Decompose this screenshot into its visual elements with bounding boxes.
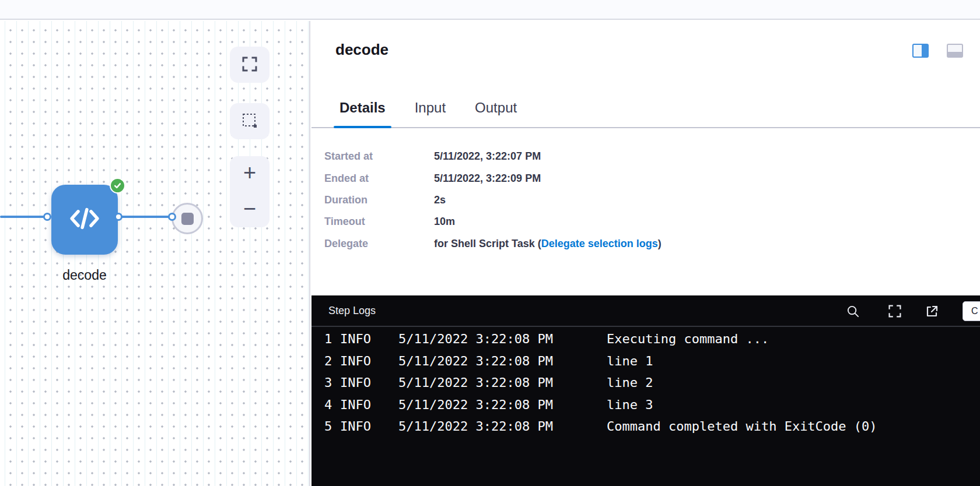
log-level: INFO bbox=[340, 328, 398, 350]
detail-row-duration: Duration 2s bbox=[312, 189, 980, 211]
log-level: INFO bbox=[340, 350, 398, 372]
delegate-selection-logs-link[interactable]: Delegate selection logs bbox=[541, 238, 658, 249]
log-timestamp: 5/11/2022 3:22:08 PM bbox=[398, 394, 607, 416]
expand-icon[interactable] bbox=[888, 304, 902, 318]
log-line-number: 5 bbox=[324, 415, 332, 438]
open-in-new-icon[interactable] bbox=[925, 304, 939, 318]
details-list: Started at 5/11/2022, 3:22:07 PM Ended a… bbox=[312, 146, 980, 255]
log-timestamp: 5/11/2022 3:22:08 PM bbox=[398, 372, 607, 394]
split-view-bottom-icon[interactable] bbox=[947, 44, 963, 58]
log-line: 1 INFO 5/11/2022 3:22:08 PM Executing co… bbox=[312, 328, 980, 350]
logs-copy-button[interactable]: C bbox=[963, 301, 980, 321]
detail-value: 5/11/2022, 3:22:09 PM bbox=[434, 172, 541, 185]
top-bar bbox=[0, 0, 980, 20]
detail-label: Started at bbox=[324, 150, 434, 163]
search-icon[interactable] bbox=[846, 304, 860, 318]
marquee-select-icon bbox=[242, 112, 258, 131]
detail-row-timeout: Timeout 10m bbox=[312, 211, 980, 233]
log-line: 3 INFO 5/11/2022 3:22:08 PM line 2 bbox=[312, 372, 980, 394]
log-level: INFO bbox=[340, 394, 398, 416]
layout-toggles bbox=[912, 44, 963, 58]
step-logs-panel: Step Logs C bbox=[312, 295, 980, 486]
delegate-value-prefix: for Shell Script Task ( bbox=[434, 238, 541, 249]
end-node-port[interactable] bbox=[168, 213, 176, 221]
step-node-decode[interactable] bbox=[51, 185, 118, 255]
delegate-value-suffix: ) bbox=[658, 238, 662, 249]
log-line-number: 2 bbox=[324, 350, 332, 372]
canvas-fullscreen-button[interactable] bbox=[230, 47, 270, 83]
log-message: Executing command ... bbox=[607, 328, 769, 350]
log-line: 4 INFO 5/11/2022 3:22:08 PM line 3 bbox=[312, 394, 980, 416]
tab-output[interactable]: Output bbox=[469, 89, 523, 127]
log-line-number: 1 bbox=[324, 328, 332, 350]
success-check-icon bbox=[110, 178, 125, 193]
detail-label: Timeout bbox=[324, 216, 434, 228]
node-port-right[interactable] bbox=[114, 213, 123, 221]
tab-details[interactable]: Details bbox=[334, 89, 391, 127]
details-tabbar: Details Input Output bbox=[312, 89, 980, 128]
end-node[interactable] bbox=[172, 203, 203, 234]
step-logs-title: Step Logs bbox=[328, 305, 376, 317]
detail-row-delegate: Delegate for Shell Script Task (Delegate… bbox=[312, 233, 980, 255]
detail-value: 5/11/2022, 3:22:07 PM bbox=[434, 150, 541, 163]
step-logs-actions: C bbox=[846, 295, 980, 327]
detail-row-ended-at: Ended at 5/11/2022, 3:22:09 PM bbox=[312, 167, 980, 189]
tab-input[interactable]: Input bbox=[409, 89, 452, 127]
log-message: line 2 bbox=[607, 372, 653, 394]
log-line: 2 INFO 5/11/2022 3:22:08 PM line 1 bbox=[312, 350, 980, 372]
edge-incoming bbox=[0, 216, 46, 218]
detail-label: Ended at bbox=[324, 172, 434, 185]
step-details-panel: decode Details Input Output Started at 5… bbox=[312, 21, 980, 295]
log-line-number: 4 bbox=[324, 394, 332, 416]
node-port-left[interactable] bbox=[43, 213, 51, 221]
log-timestamp: 5/11/2022 3:22:08 PM bbox=[398, 328, 607, 350]
edge-outgoing bbox=[119, 216, 170, 218]
fullscreen-icon bbox=[242, 56, 258, 74]
log-message: line 3 bbox=[607, 394, 653, 416]
canvas-zoom-controls[interactable]: + − bbox=[230, 156, 270, 227]
detail-value: 10m bbox=[434, 216, 455, 228]
code-icon bbox=[68, 206, 102, 234]
detail-value: for Shell Script Task (Delegate selectio… bbox=[434, 238, 662, 250]
log-message: line 1 bbox=[607, 350, 653, 372]
split-view-right-icon[interactable] bbox=[912, 44, 929, 58]
log-message: Command completed with ExitCode (0) bbox=[607, 415, 877, 438]
canvas-marquee-select-button[interactable] bbox=[230, 103, 270, 139]
log-level: INFO bbox=[340, 415, 398, 438]
log-level: INFO bbox=[340, 372, 398, 394]
pipeline-canvas[interactable]: decode + − bbox=[0, 21, 310, 486]
step-logs-body: 1 INFO 5/11/2022 3:22:08 PM Executing co… bbox=[312, 328, 980, 438]
detail-row-started-at: Started at 5/11/2022, 3:22:07 PM bbox=[312, 146, 980, 167]
panel-title: decode bbox=[335, 41, 388, 59]
zoom-out-button[interactable]: − bbox=[243, 200, 256, 217]
detail-value: 2s bbox=[434, 194, 446, 206]
log-line: 5 INFO 5/11/2022 3:22:08 PM Command comp… bbox=[312, 415, 980, 438]
log-line-number: 3 bbox=[324, 372, 332, 394]
log-timestamp: 5/11/2022 3:22:08 PM bbox=[398, 415, 607, 438]
log-timestamp: 5/11/2022 3:22:08 PM bbox=[398, 350, 607, 372]
detail-label: Delegate bbox=[324, 238, 434, 250]
step-logs-header: Step Logs C bbox=[312, 295, 980, 327]
zoom-in-button[interactable]: + bbox=[243, 164, 256, 181]
detail-label: Duration bbox=[324, 194, 434, 206]
node-label: decode bbox=[26, 267, 143, 283]
stop-square-icon bbox=[181, 213, 194, 225]
